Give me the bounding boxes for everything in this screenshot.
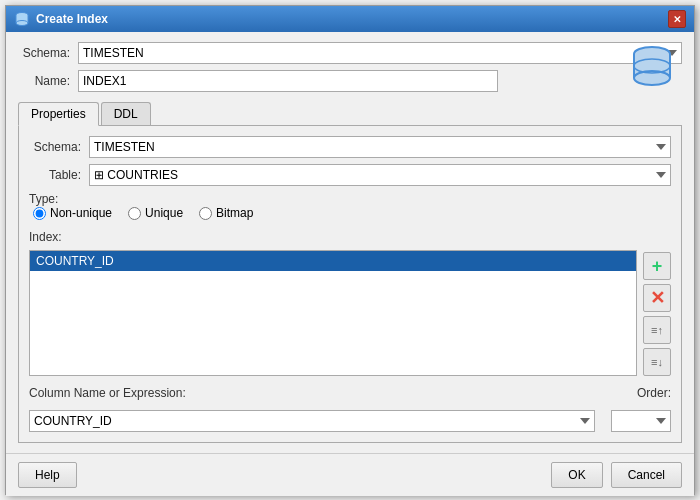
tab-content-properties: Schema: TIMESTEN Table: ⊞ COUNTRIES Type… (18, 126, 682, 443)
close-button[interactable]: ✕ (668, 10, 686, 28)
dialog-footer: Help OK Cancel (6, 453, 694, 496)
radio-bitmap[interactable]: Bitmap (199, 206, 253, 220)
dialog-body: Schema: TIMESTEN Name: (6, 32, 694, 453)
title-bar-left: Create Index (14, 11, 108, 27)
table-label: Table: (29, 168, 81, 182)
radio-unique[interactable]: Unique (128, 206, 183, 220)
bottom-form: Column Name or Expression: Order: (29, 386, 671, 400)
ok-button[interactable]: OK (551, 462, 602, 488)
move-up-button[interactable]: ≡↑ (643, 316, 671, 344)
index-list-area: COUNTRY_ID + ✕ ≡↑ ≡↓ (29, 250, 671, 376)
move-down-button[interactable]: ≡↓ (643, 348, 671, 376)
list-item[interactable]: COUNTRY_ID (30, 251, 636, 271)
props-schema-label: Schema: (29, 140, 81, 154)
table-select[interactable]: ⊞ COUNTRIES (89, 164, 671, 186)
index-list: COUNTRY_ID (29, 250, 637, 376)
dialog-icon (14, 11, 30, 27)
schema-label: Schema: (18, 46, 70, 60)
schema-select[interactable]: TIMESTEN (78, 42, 682, 64)
name-row: Name: (18, 70, 682, 92)
tab-ddl[interactable]: DDL (101, 102, 151, 125)
svg-point-2 (16, 21, 28, 26)
bottom-selects: COUNTRY_ID (29, 410, 671, 432)
column-label: Column Name or Expression: (29, 386, 186, 400)
name-input[interactable] (78, 70, 498, 92)
add-button[interactable]: + (643, 252, 671, 280)
footer-right: OK Cancel (551, 462, 682, 488)
header-area: Schema: TIMESTEN Name: (18, 42, 682, 92)
large-db-icon (626, 42, 678, 94)
table-row: Table: ⊞ COUNTRIES (29, 164, 671, 186)
index-section-label: Index: (29, 230, 671, 244)
props-schema-row: Schema: TIMESTEN (29, 136, 671, 158)
tabs-container: Properties DDL Schema: TIMESTEN Table: ⊞… (18, 98, 682, 443)
help-button[interactable]: Help (18, 462, 77, 488)
tab-properties[interactable]: Properties (18, 102, 99, 126)
remove-button[interactable]: ✕ (643, 284, 671, 312)
tabs: Properties DDL (18, 102, 682, 126)
order-label: Order: (637, 386, 671, 400)
props-schema-select[interactable]: TIMESTEN (89, 136, 671, 158)
type-label: Type: (29, 192, 58, 206)
order-select[interactable] (611, 410, 671, 432)
column-select[interactable]: COUNTRY_ID (29, 410, 595, 432)
cancel-button[interactable]: Cancel (611, 462, 682, 488)
type-section: Type: Non-unique Unique Bitmap (29, 192, 671, 220)
radio-group: Non-unique Unique Bitmap (33, 206, 671, 220)
list-buttons: + ✕ ≡↑ ≡↓ (643, 250, 671, 376)
dialog-title: Create Index (36, 12, 108, 26)
schema-row: Schema: TIMESTEN (18, 42, 682, 64)
radio-non-unique[interactable]: Non-unique (33, 206, 112, 220)
create-index-dialog: Create Index ✕ Schema: TIMESTEN Name: (5, 5, 695, 495)
name-label: Name: (18, 74, 70, 88)
title-bar: Create Index ✕ (6, 6, 694, 32)
